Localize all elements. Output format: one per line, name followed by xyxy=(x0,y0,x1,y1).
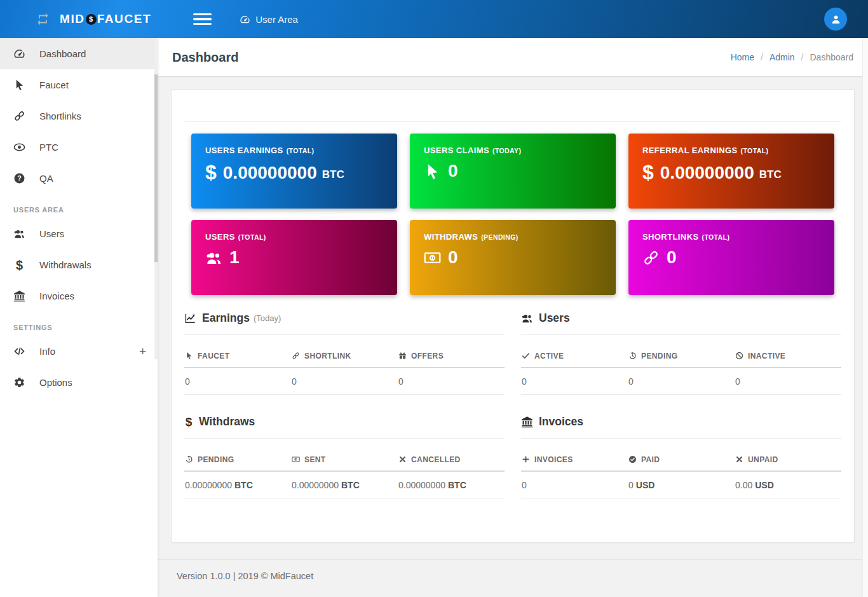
expand-plus-icon[interactable]: + xyxy=(139,345,146,359)
chart-line-icon xyxy=(184,312,196,324)
stat-title: SHORTLINKS xyxy=(642,232,699,242)
menu-toggle-button[interactable] xyxy=(193,11,212,28)
column-header-active: ACTIVE xyxy=(521,343,628,367)
times-icon xyxy=(735,455,743,463)
stat-card-users-claims: USERS CLAIMS(TODAY) 0 xyxy=(410,134,616,209)
section-users: Users ACTIVE PENDING INACTIVE xyxy=(521,312,841,395)
sidebar-scrollbar-thumb[interactable] xyxy=(154,74,158,262)
sidebar-item-dashboard[interactable]: Dashboard xyxy=(0,38,158,69)
user-area-label: User Area xyxy=(255,14,298,25)
stat-title: USERS xyxy=(205,232,235,242)
column-header-offers: OFFERS xyxy=(398,343,505,367)
earnings-faucet-value: 0 xyxy=(184,367,291,395)
dashboard-panel: USERS EARNINGS(TOTAL) $ 0.00000000 BTC U… xyxy=(171,89,855,543)
invoices-unpaid-value: 0.00USD xyxy=(735,471,841,498)
brand-logo[interactable]: MID$FAUCET xyxy=(34,12,151,26)
ban-icon xyxy=(735,352,743,360)
page-title: Dashboard xyxy=(172,50,238,65)
brand-suffix: FAUCET xyxy=(97,12,152,26)
section-divider xyxy=(521,334,841,335)
gift-icon xyxy=(398,352,407,360)
dollar-sign-icon: $ xyxy=(13,259,25,271)
gear-icon xyxy=(13,376,25,388)
column-header-pending: PENDING xyxy=(628,343,735,367)
column-header-shortlink: SHORTLINK xyxy=(291,343,398,367)
sidebar-item-ptc[interactable]: PTC xyxy=(0,132,158,163)
stat-title: REFERRAL EARNINGS xyxy=(642,146,738,155)
main-area: Dashboard Home / Admin / Dashboard USERS… xyxy=(158,38,868,597)
sidebar-item-shortlinks[interactable]: Shortlinks xyxy=(0,100,158,132)
content-area: USERS EARNINGS(TOTAL) $ 0.00000000 BTC U… xyxy=(158,77,868,559)
sidebar-item-info[interactable]: Info + xyxy=(0,336,158,367)
breadcrumb: Home / Admin / Dashboard xyxy=(731,52,853,62)
breadcrumb-home-link[interactable]: Home xyxy=(731,52,754,62)
tachometer-icon xyxy=(240,14,250,25)
link-icon xyxy=(13,110,25,122)
sidebar-item-qa[interactable]: QA xyxy=(0,163,158,194)
earnings-shortlink-value: 0 xyxy=(291,367,398,395)
earnings-table: FAUCET SHORTLINK OFFERS 0 0 0 xyxy=(184,343,505,395)
user-icon xyxy=(830,13,842,25)
top-navbar: MID$FAUCET User Area xyxy=(0,0,868,38)
users-pending-value: 0 xyxy=(628,367,735,395)
tachometer-icon xyxy=(13,48,25,60)
bank-icon xyxy=(13,290,25,302)
stat-qualifier: (TODAY) xyxy=(492,147,521,154)
stat-card-users-earnings: USERS EARNINGS(TOTAL) $ 0.00000000 BTC xyxy=(191,134,397,209)
sidebar-item-options[interactable]: Options xyxy=(0,367,158,398)
stat-unit: BTC xyxy=(759,168,782,181)
stat-cards-grid: USERS EARNINGS(TOTAL) $ 0.00000000 BTC U… xyxy=(191,134,834,295)
dollar-sign-icon: $ xyxy=(205,161,217,184)
coin-dollar-icon: $ xyxy=(86,14,97,25)
section-earnings: Earnings (Today) FAUCET SHORTLINK OFFERS xyxy=(184,312,505,395)
repeat-icon xyxy=(34,12,51,26)
earnings-offers-value: 0 xyxy=(398,367,505,395)
breadcrumb-admin-link[interactable]: Admin xyxy=(770,52,795,62)
stat-qualifier: (TOTAL) xyxy=(287,147,315,154)
check-circle-icon xyxy=(628,455,637,463)
stat-qualifier: (PENDING) xyxy=(481,233,518,241)
money-bill-icon xyxy=(424,249,441,266)
section-divider xyxy=(184,334,505,335)
link-icon xyxy=(642,249,660,266)
users-icon xyxy=(521,312,533,324)
invoices-paid-value: 0USD xyxy=(628,471,735,498)
sidebar-item-withdrawals[interactable]: $ Withdrawals xyxy=(0,249,158,280)
sidebar-item-users[interactable]: Users xyxy=(0,218,158,249)
section-divider xyxy=(184,438,505,439)
section-invoices: Invoices INVOICES PAID UNPAID xyxy=(521,415,841,498)
breadcrumb-current: Dashboard xyxy=(810,52,854,62)
sidebar-item-faucet[interactable]: Faucet xyxy=(0,69,158,100)
sidebar-item-invoices[interactable]: Invoices xyxy=(0,280,158,312)
stat-value: 0.00000000 xyxy=(223,163,317,183)
stat-card-users-total: USERS(TOTAL) 1 xyxy=(191,220,397,295)
section-withdraws: $ Withdraws PENDING SENT CANCELLED xyxy=(184,415,505,498)
money-bill-icon xyxy=(292,455,300,463)
history-icon xyxy=(185,455,193,463)
history-icon xyxy=(628,352,637,360)
stat-card-referral-earnings: REFERRAL EARNINGS(TOTAL) $ 0.00000000 BT… xyxy=(628,134,834,209)
stat-title: USERS EARNINGS xyxy=(205,146,283,155)
stat-qualifier: (TOTAL) xyxy=(702,233,730,241)
user-area-link[interactable]: User Area xyxy=(240,14,298,25)
brand-prefix: MID xyxy=(60,12,85,26)
users-active-value: 0 xyxy=(521,367,628,395)
panel-divider xyxy=(184,121,841,122)
window-scrollbar[interactable] xyxy=(862,38,868,597)
column-header-paid: PAID xyxy=(628,446,735,471)
link-icon xyxy=(292,352,300,360)
mouse-pointer-icon xyxy=(185,352,193,360)
stat-card-shortlinks-total: SHORTLINKS(TOTAL) 0 xyxy=(628,220,834,295)
stat-value: 0.00000000 xyxy=(660,163,754,183)
stat-value: 1 xyxy=(229,247,240,268)
dollar-sign-icon: $ xyxy=(184,416,193,428)
invoices-count-value: 0 xyxy=(521,471,628,498)
section-title: Users xyxy=(539,312,570,325)
section-title: Earnings xyxy=(202,312,250,325)
column-header-cancelled: CANCELLED xyxy=(398,446,505,471)
question-circle-icon xyxy=(13,172,25,184)
user-menu-button[interactable] xyxy=(824,8,847,31)
stat-value: 0 xyxy=(448,161,458,181)
stat-qualifier: (TOTAL) xyxy=(741,147,769,154)
column-header-sent: SENT xyxy=(291,446,398,471)
